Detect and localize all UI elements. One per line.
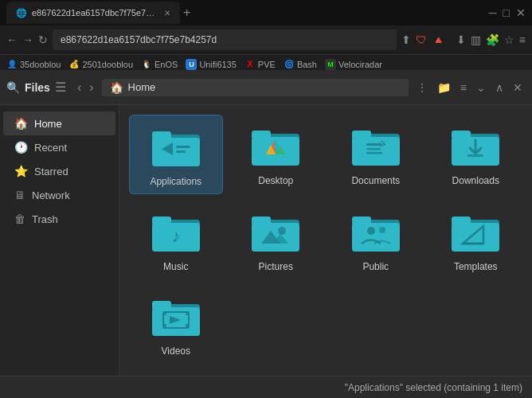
folder-pictures-svg bbox=[250, 210, 301, 255]
sidebar-label-home: Home bbox=[34, 118, 62, 130]
folder-pictures-icon-wrap bbox=[250, 207, 301, 258]
nav-reload-icon[interactable]: ↻ bbox=[38, 33, 48, 46]
folder-desktop[interactable]: Desktop bbox=[229, 115, 323, 194]
bookmark-icon-2501dooblou: 💰 bbox=[68, 59, 80, 70]
folder-desktop-svg bbox=[250, 124, 301, 169]
sidebar-label-starred: Starred bbox=[34, 166, 68, 178]
address-bar-row: ← → ↻ ⬆ 🛡 🔺 ⬇ ▥ 🧩 ☆ ≡ bbox=[0, 25, 532, 54]
folder-videos[interactable]: Videos bbox=[129, 285, 223, 363]
menu-icon[interactable]: ≡ bbox=[519, 33, 526, 46]
fm-new-folder-icon[interactable]: 📁 bbox=[434, 80, 454, 96]
window-maximize[interactable]: □ bbox=[503, 6, 510, 19]
extensions-icon[interactable]: 🧩 bbox=[486, 33, 499, 46]
folder-desktop-icon-wrap bbox=[250, 121, 301, 172]
bookmark-35dooblou[interactable]: 👤 35dooblou bbox=[6, 59, 61, 70]
svg-rect-49 bbox=[163, 312, 166, 315]
download-icon[interactable]: ⬇ bbox=[456, 33, 466, 46]
window-close[interactable]: ✕ bbox=[516, 6, 526, 19]
fm-title: Files bbox=[25, 81, 50, 94]
folder-videos-icon-wrap bbox=[151, 291, 201, 342]
address-input[interactable] bbox=[53, 29, 397, 50]
bookmark-label-velociradar: Velociradar bbox=[338, 60, 382, 69]
folder-downloads[interactable]: Downloads bbox=[429, 115, 523, 194]
window-minimize[interactable]: ─ bbox=[489, 6, 497, 19]
svg-rect-23 bbox=[467, 154, 483, 157]
sidebar-item-recent[interactable]: 🕐 Recent bbox=[3, 135, 115, 159]
fm-toggle-up[interactable]: ∧ bbox=[492, 80, 507, 96]
fm-nav-back[interactable]: ‹ bbox=[74, 79, 84, 96]
folder-templates-icon-wrap bbox=[450, 207, 501, 258]
folder-pictures[interactable]: Pictures bbox=[229, 201, 323, 279]
folder-templates[interactable]: Templates bbox=[429, 201, 523, 279]
bookmark-icon-pve: X bbox=[244, 59, 256, 70]
file-grid: Applications bbox=[119, 105, 532, 376]
folder-music-label: Music bbox=[163, 261, 188, 272]
svg-point-31 bbox=[278, 227, 286, 235]
bookmark-icon-enos: 🐧 bbox=[141, 59, 152, 70]
fm-action-overflow[interactable]: ⋮ bbox=[413, 80, 431, 96]
fm-nav-forward[interactable]: › bbox=[86, 79, 96, 96]
tab-title: e867622d1ea6157dbc7f75e7b4257d bbox=[32, 8, 159, 18]
bookmark-velociradar[interactable]: M Velociradar bbox=[325, 59, 382, 70]
folder-music-icon-wrap: ♪ bbox=[151, 207, 201, 258]
home-icon: 🏠 bbox=[14, 117, 28, 130]
svg-rect-52 bbox=[186, 324, 189, 327]
sidebar-item-home[interactable]: 🏠 Home bbox=[3, 111, 115, 135]
brave-rewards-icon: 🔺 bbox=[432, 33, 445, 46]
bookmark-enos[interactable]: 🐧 EnOS bbox=[141, 59, 178, 70]
folder-documents[interactable]: Documents bbox=[329, 115, 423, 194]
svg-rect-18 bbox=[366, 148, 381, 150]
folder-videos-label: Videos bbox=[162, 345, 190, 357]
sidebar-item-network[interactable]: 🖥 Network bbox=[3, 183, 115, 207]
sidebar-label-recent: Recent bbox=[34, 142, 67, 154]
fm-sort-icon[interactable]: ⌄ bbox=[473, 80, 489, 96]
fm-toolbar-actions: ⋮ 📁 ≡ ⌄ ∧ ✕ bbox=[413, 80, 526, 96]
bookmark-unifi[interactable]: U Unifi6135 bbox=[186, 59, 236, 70]
bookmark-2501dooblou[interactable]: 💰 2501dooblou bbox=[68, 59, 133, 70]
bookmark-pve[interactable]: X PVE bbox=[244, 59, 276, 70]
bookmark-icon-velociradar: M bbox=[325, 59, 336, 70]
sidebar-item-starred[interactable]: ⭐ Starred bbox=[3, 159, 115, 183]
fm-location-bar[interactable]: 🏠 Home bbox=[102, 79, 409, 96]
folder-downloads-icon-wrap bbox=[450, 121, 501, 172]
fm-hamburger-icon[interactable]: ☰ bbox=[55, 80, 66, 95]
bookmark-icon[interactable]: ☆ bbox=[504, 33, 514, 46]
new-tab-button[interactable]: + bbox=[183, 6, 190, 20]
nav-back-icon[interactable]: ← bbox=[6, 33, 18, 46]
svg-text:♪: ♪ bbox=[171, 226, 180, 246]
svg-rect-41 bbox=[452, 223, 499, 252]
share-icon[interactable]: ⬆ bbox=[401, 33, 411, 46]
svg-point-37 bbox=[367, 227, 375, 235]
folder-downloads-label: Downloads bbox=[452, 175, 499, 186]
fm-close-icon[interactable]: ✕ bbox=[510, 80, 526, 96]
nav-forward-icon[interactable]: → bbox=[22, 33, 33, 46]
bookmark-label-enos: EnOS bbox=[155, 60, 178, 69]
browser-chrome: 🌐 e867622d1ea6157dbc7f75e7b4257d ✕ + ─ □… bbox=[0, 0, 532, 70]
trash-icon: 🗑 bbox=[14, 213, 25, 225]
status-text: "Applications" selected (containing 1 it… bbox=[345, 382, 522, 393]
bookmark-icon-35dooblou: 👤 bbox=[6, 59, 18, 70]
sidebar-toggle-icon[interactable]: ▥ bbox=[471, 33, 481, 46]
fm-location-text: Home bbox=[128, 81, 156, 93]
folder-downloads-svg bbox=[450, 124, 501, 169]
fm-search-icon[interactable]: 🔍 bbox=[6, 81, 20, 94]
network-icon: 🖥 bbox=[14, 189, 25, 201]
active-tab[interactable]: 🌐 e867622d1ea6157dbc7f75e7b4257d ✕ bbox=[6, 2, 180, 24]
sidebar-label-network: Network bbox=[32, 189, 70, 201]
folder-desktop-label: Desktop bbox=[258, 175, 293, 186]
folder-public[interactable]: Public bbox=[329, 201, 423, 279]
file-manager: 🔍 Files ☰ ‹ › 🏠 Home ⋮ 📁 ≡ ⌄ ∧ ✕ 🏠 Home bbox=[0, 70, 532, 398]
fm-view-list-icon[interactable]: ≡ bbox=[457, 80, 470, 96]
svg-rect-36 bbox=[352, 223, 400, 252]
bookmark-bash[interactable]: 🌀 Bash bbox=[284, 59, 317, 70]
folder-music[interactable]: ♪ Music bbox=[129, 201, 223, 279]
tab-close-button[interactable]: ✕ bbox=[164, 9, 170, 18]
svg-rect-50 bbox=[186, 312, 189, 315]
folder-applications[interactable]: Applications bbox=[129, 115, 223, 194]
sidebar-item-trash[interactable]: 🗑 Trash bbox=[3, 207, 115, 231]
bookmark-label-bash: Bash bbox=[297, 60, 317, 69]
svg-rect-16 bbox=[352, 137, 400, 166]
folder-templates-label: Templates bbox=[454, 261, 498, 272]
brave-shield-icon[interactable]: 🛡 bbox=[416, 33, 427, 46]
starred-icon: ⭐ bbox=[14, 165, 28, 178]
